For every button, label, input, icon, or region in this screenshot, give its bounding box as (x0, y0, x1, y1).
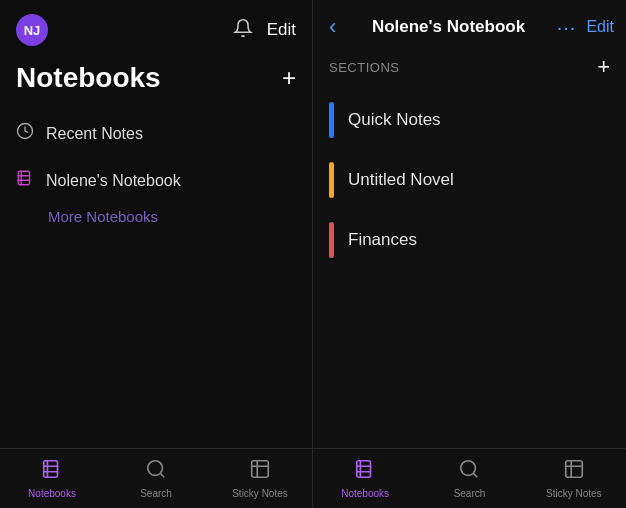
more-notebooks-link[interactable]: More Notebooks (0, 204, 312, 241)
svg-point-3 (148, 461, 163, 476)
svg-point-7 (461, 461, 476, 476)
left-tab-sticky-notes[interactable]: Sticky Notes (230, 458, 290, 499)
notebooks-tab-icon (41, 458, 63, 485)
right-search-tab-icon (458, 458, 480, 485)
quick-notes-label: Quick Notes (348, 110, 441, 130)
right-tab-notebooks[interactable]: Notebooks (335, 458, 395, 499)
left-search-tab-label: Search (140, 488, 172, 499)
svg-rect-2 (44, 461, 58, 478)
sticky-notes-tab-icon (249, 458, 271, 485)
section-item-untitled-novel[interactable]: Untitled Novel (313, 150, 626, 210)
section-item-finances[interactable]: Finances (313, 210, 626, 270)
left-list: Recent Notes Nolene's Notebook More Note… (0, 110, 312, 448)
sections-label: Sections (329, 60, 399, 75)
right-tab-bar: Notebooks Search Sticky Notes (313, 448, 626, 508)
right-header: ‹ Nolene's Notebook ··· Edit (313, 0, 626, 48)
right-tab-search[interactable]: Search (439, 458, 499, 499)
left-edit-button[interactable]: Edit (267, 20, 296, 40)
finances-label: Finances (348, 230, 417, 250)
more-options-button[interactable]: ··· (557, 16, 577, 39)
search-tab-icon (145, 458, 167, 485)
left-tab-search[interactable]: Search (126, 458, 186, 499)
left-panel: NJ Edit Notebooks + Recent Notes (0, 0, 313, 508)
finances-color-bar (329, 222, 334, 258)
right-panel: ‹ Nolene's Notebook ··· Edit Sections + … (313, 0, 626, 508)
right-notebooks-tab-icon (354, 458, 376, 485)
left-tab-bar: Notebooks Search Sticky Notes (0, 448, 312, 508)
clock-icon (16, 122, 34, 145)
add-notebook-button[interactable]: + (282, 66, 296, 90)
untitled-novel-label: Untitled Novel (348, 170, 454, 190)
svg-line-4 (160, 473, 164, 477)
left-header-right: Edit (233, 18, 296, 43)
right-search-tab-label: Search (454, 488, 486, 499)
back-button[interactable]: ‹ (325, 14, 340, 40)
nolene-notebook-label: Nolene's Notebook (46, 172, 181, 190)
left-notebooks-tab-label: Notebooks (28, 488, 76, 499)
left-header: NJ Edit (0, 0, 312, 54)
svg-rect-9 (566, 461, 583, 478)
svg-line-8 (474, 473, 478, 477)
svg-rect-1 (18, 171, 29, 185)
sections-list: Quick Notes Untitled Novel Finances (313, 90, 626, 270)
right-tab-sticky-notes[interactable]: Sticky Notes (544, 458, 604, 499)
right-edit-button[interactable]: Edit (586, 18, 614, 36)
bell-icon[interactable] (233, 18, 253, 43)
sidebar-item-nolene-notebook[interactable]: Nolene's Notebook (0, 157, 312, 204)
svg-rect-6 (357, 461, 371, 478)
recent-notes-label: Recent Notes (46, 125, 143, 143)
notebooks-title: Notebooks (16, 62, 161, 94)
right-header-actions: ··· Edit (557, 16, 614, 39)
untitled-novel-color-bar (329, 162, 334, 198)
notebooks-title-row: Notebooks + (0, 54, 312, 110)
avatar[interactable]: NJ (16, 14, 48, 46)
left-sticky-tab-label: Sticky Notes (232, 488, 288, 499)
notebook-icon (16, 169, 34, 192)
right-notebooks-tab-label: Notebooks (341, 488, 389, 499)
quick-notes-color-bar (329, 102, 334, 138)
section-item-quick-notes[interactable]: Quick Notes (313, 90, 626, 150)
svg-rect-5 (252, 461, 269, 478)
sections-row: Sections + (313, 48, 626, 90)
add-section-button[interactable]: + (597, 54, 610, 80)
right-sticky-notes-tab-icon (563, 458, 585, 485)
right-panel-title: Nolene's Notebook (348, 17, 548, 37)
right-sticky-tab-label: Sticky Notes (546, 488, 602, 499)
left-tab-notebooks[interactable]: Notebooks (22, 458, 82, 499)
sidebar-item-recent-notes[interactable]: Recent Notes (0, 110, 312, 157)
